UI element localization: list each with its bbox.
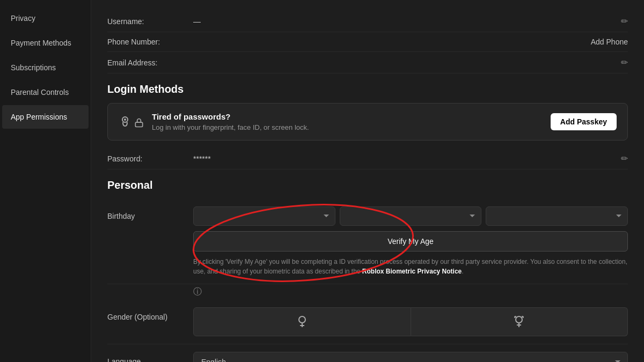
birthday-controls: JanuaryFebruaryMarch AprilMayJune JulyAu… — [193, 206, 628, 276]
birthday-dropdowns: JanuaryFebruaryMarch AprilMayJune JulyAu… — [193, 206, 628, 226]
svg-point-1 — [124, 119, 126, 121]
sidebar-item-app-label: App Permissions — [11, 113, 67, 121]
svg-rect-6 — [300, 325, 304, 326]
passkey-icon — [119, 115, 144, 128]
help-row: ⓘ — [107, 284, 628, 300]
birthday-label: Birthday — [107, 206, 193, 220]
email-label: Email Address: — [107, 58, 193, 67]
phone-row: Phone Number: Add Phone — [107, 32, 628, 52]
help-icon-area: ⓘ — [193, 286, 202, 298]
email-edit-icon[interactable]: ✏ — [621, 57, 628, 68]
birthday-row: Birthday JanuaryFebruaryMarch AprilMayJu… — [107, 199, 628, 284]
add-passkey-button[interactable]: Add Passkey — [551, 113, 617, 130]
sidebar-item-app-permissions[interactable]: App Permissions — [2, 105, 89, 129]
login-methods-title: Login Methods — [107, 83, 628, 95]
sidebar: Privacy Payment Methods Subscriptions Pa… — [0, 0, 91, 362]
password-row: Password: ****** ✏ — [107, 148, 628, 169]
username-row: Username: — ✏ — [107, 11, 628, 32]
passkey-text: Tired of passwords? Log in with your fin… — [152, 112, 309, 131]
gender-label: Gender (Optional) — [107, 307, 193, 321]
language-select[interactable]: English Spanish French German — [193, 352, 628, 362]
phone-label: Phone Number: — [107, 38, 193, 46]
personal-title: Personal — [107, 179, 628, 191]
password-label: Password: — [107, 154, 193, 163]
username-label: Username: — [107, 17, 193, 26]
sidebar-item-payment-methods[interactable]: Payment Methods — [2, 31, 89, 55]
birthday-year-select[interactable] — [486, 206, 628, 226]
birthday-day-select[interactable] — [340, 206, 482, 226]
sidebar-item-parental-label: Parental Controls — [11, 88, 69, 97]
passkey-title: Tired of passwords? — [152, 112, 309, 121]
help-spacer — [107, 286, 193, 292]
verify-age-button[interactable]: Verify My Age — [193, 231, 628, 252]
help-icon[interactable]: ⓘ — [193, 287, 202, 296]
birthday-month-select[interactable]: JanuaryFebruaryMarch AprilMayJune JulyAu… — [193, 206, 335, 226]
gender-male-button[interactable] — [193, 307, 411, 336]
email-row: Email Address: ✏ — [107, 52, 628, 73]
language-controls: English Spanish French German — [193, 352, 628, 362]
sidebar-item-subscriptions-label: Subscriptions — [11, 63, 56, 72]
svg-rect-2 — [135, 122, 142, 127]
add-phone-button[interactable]: Add Phone — [591, 38, 628, 46]
verify-notice: By clicking 'Verify My Age' you will be … — [193, 257, 628, 276]
main-content: Username: — ✏ Phone Number: Add Phone Em… — [91, 0, 644, 362]
sidebar-item-privacy[interactable]: Privacy — [2, 6, 89, 30]
svg-point-7 — [516, 316, 522, 323]
sidebar-item-subscriptions[interactable]: Subscriptions — [2, 56, 89, 79]
gender-row: Gender (Optional) — [107, 300, 628, 344]
password-value: ****** — [193, 154, 621, 163]
gender-buttons — [193, 307, 628, 336]
username-edit-icon[interactable]: ✏ — [621, 16, 628, 26]
biometric-privacy-link[interactable]: Roblox Biometric Privacy Notice — [362, 268, 462, 275]
language-label: Language — [107, 352, 193, 362]
passkey-subtitle: Log in with your fingerprint, face ID, o… — [152, 123, 309, 131]
sidebar-item-parental-controls[interactable]: Parental Controls — [2, 80, 89, 104]
language-row: Language English Spanish French German — [107, 344, 628, 362]
personal-section: Birthday JanuaryFebruaryMarch AprilMayJu… — [107, 199, 628, 362]
username-value: — — [193, 17, 621, 26]
gender-other-button[interactable] — [411, 307, 628, 336]
svg-point-4 — [299, 316, 305, 323]
sidebar-item-payment-label: Payment Methods — [11, 39, 71, 47]
gender-controls — [193, 307, 628, 336]
sidebar-item-privacy-label: Privacy — [11, 14, 35, 23]
passkey-banner: Tired of passwords? Log in with your fin… — [107, 103, 628, 141]
password-edit-icon[interactable]: ✏ — [621, 153, 628, 164]
